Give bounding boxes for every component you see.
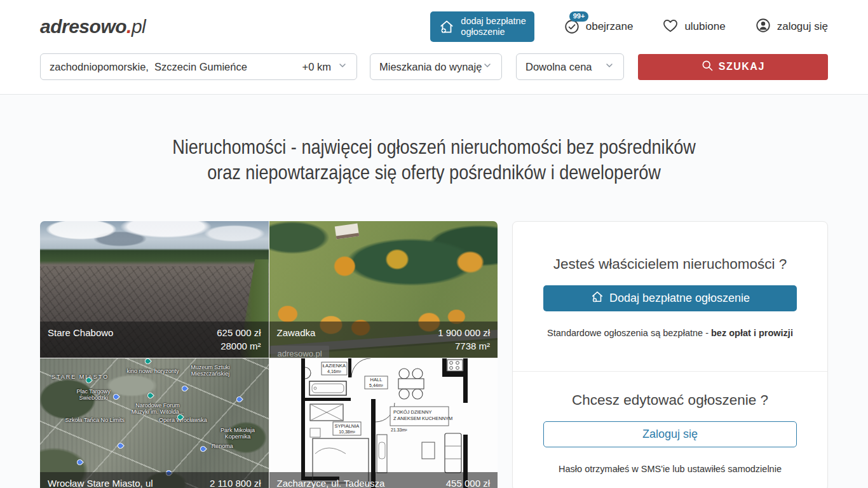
- owner-note: Standardowe ogłoszenia są bezpłatne - be…: [543, 328, 797, 338]
- add-listing-button[interactable]: dodaj bezpłatne ogłoszenie: [430, 11, 534, 43]
- user-circle-icon: [755, 17, 771, 37]
- listing-card[interactable]: STARE MIASTO kino nowe horyzonty Muzeum …: [40, 358, 269, 488]
- category-dropdown[interactable]: Mieszkania do wynajęc: [370, 53, 502, 80]
- svg-text:5,44m²: 5,44m²: [369, 383, 383, 388]
- owner-panel: Jesteś właścicielem nieruchomości ? Doda…: [512, 221, 828, 488]
- main-content: Stare Chabowo 625 000 zł 28000 m² adreso…: [0, 221, 868, 488]
- listing-caption: Zacharzyce, ul. Tadeusza 455 000 zł: [269, 472, 498, 488]
- map-pin-icon: [144, 358, 152, 365]
- search-button-label: SZUKAJ: [719, 61, 765, 72]
- svg-text:10,38m²: 10,38m²: [339, 430, 355, 434]
- price-dropdown[interactable]: Dowolna cena: [516, 53, 624, 80]
- logo-suffix: pl: [132, 16, 146, 37]
- radius-value: +0 km: [302, 61, 331, 73]
- watermark: adresowo.pl: [271, 346, 329, 358]
- edit-section: Chcesz edytować ogłoszenie ? Zaloguj się…: [513, 371, 827, 488]
- map-pin-icon: [146, 391, 154, 400]
- listing-meta: 625 000 zł 28000 m²: [217, 326, 261, 353]
- favorites-label: ulubione: [684, 20, 725, 33]
- svg-text:Z ANEKSEM KUCHENNYM: Z ANEKSEM KUCHENNYM: [393, 416, 452, 421]
- map-pin-icon: [112, 393, 120, 401]
- satellite-map-image: STARE MIASTO kino nowe horyzonty Muzeum …: [40, 358, 269, 488]
- listing-card[interactable]: ŁAZIENKA 4,16m² SYPIALNIA 10,38m² HALL 5: [269, 358, 498, 488]
- floor-plan-image: ŁAZIENKA 4,16m² SYPIALNIA 10,38m² HALL 5: [269, 358, 498, 488]
- map-pin-icon: [199, 445, 207, 453]
- map-pin-icon: [116, 442, 125, 450]
- listing-area: 28000 m²: [217, 339, 261, 353]
- svg-text:HALL: HALL: [370, 377, 382, 383]
- svg-text:21.33m²: 21.33m²: [391, 428, 407, 432]
- owner-title: Jesteś właścicielem nieruchomości ?: [543, 256, 797, 273]
- listing-caption: Stare Chabowo 625 000 zł 28000 m²: [40, 322, 269, 358]
- page-title: Nieruchomości - najwięcej ogłoszeń nieru…: [61, 134, 808, 185]
- viewed-count-badge: 99+: [569, 11, 589, 22]
- house-plus-icon: [590, 290, 604, 307]
- listing-meta: 2 110 800 zł: [210, 477, 261, 488]
- map-pin-icon: [235, 395, 243, 403]
- login-label: zaloguj się: [777, 20, 828, 33]
- chevron-down-icon: [604, 60, 614, 73]
- login-button-label: Zaloguj się: [642, 428, 698, 441]
- viewed-link[interactable]: 99+ obejrzane: [564, 18, 634, 35]
- category-value: Mieszkania do wynajęc: [379, 61, 482, 73]
- listing-area: 7738 m²: [438, 339, 490, 353]
- chevron-down-icon: [482, 60, 492, 73]
- login-link[interactable]: zaloguj się: [755, 17, 828, 37]
- listing-price: 2 110 800 zł: [210, 477, 261, 488]
- location-input[interactable]: zachodniopomorskie, Szczecin Gumieńce +0…: [40, 53, 357, 80]
- listing-meta: 1 900 000 zł 7738 m²: [438, 326, 490, 353]
- listing-caption: Wrocław Stare Miasto, ul 2 110 800 zł: [40, 472, 269, 488]
- listing-location: Wrocław Stare Miasto, ul: [48, 477, 153, 488]
- site-header: adresowo.pl dodaj bezpłatne ogłoszenie: [0, 0, 868, 95]
- listing-location: Zacharzyce, ul. Tadeusza: [277, 477, 385, 488]
- logo[interactable]: adresowo.pl: [40, 16, 146, 37]
- listing-price: 625 000 zł: [217, 326, 261, 339]
- search-bar: zachodniopomorskie, Szczecin Gumieńce +0…: [0, 53, 868, 94]
- radius-dropdown[interactable]: +0 km: [302, 60, 348, 73]
- price-value: Dowolna cena: [526, 61, 592, 73]
- add-free-listing-label: Dodaj bezpłatne ogłoszenie: [609, 292, 750, 305]
- search-icon: [701, 59, 714, 74]
- login-button[interactable]: Zaloguj się: [543, 421, 797, 447]
- owner-section: Jesteś właścicielem nieruchomości ? Doda…: [513, 222, 827, 371]
- search-button[interactable]: SZUKAJ: [638, 54, 828, 80]
- header-top-row: adresowo.pl dodaj bezpłatne ogłoszenie: [0, 0, 868, 53]
- map-pin-icon: [180, 384, 189, 393]
- listing-card[interactable]: Stare Chabowo 625 000 zł 28000 m²: [40, 221, 269, 358]
- listing-location: Stare Chabowo: [48, 326, 113, 353]
- logo-main: adresowo: [40, 16, 126, 37]
- location-value: zachodniopomorskie, Szczecin Gumieńce: [50, 61, 247, 73]
- add-free-listing-button[interactable]: Dodaj bezpłatne ogłoszenie: [543, 285, 797, 311]
- add-listing-label: dodaj bezpłatne ogłoszenie: [461, 16, 526, 38]
- svg-text:POKÓJ DZIENNY: POKÓJ DZIENNY: [393, 409, 431, 415]
- logo-dot: .: [126, 16, 132, 37]
- house-plus-icon: [438, 18, 455, 35]
- listing-meta: 455 000 zł: [446, 477, 490, 488]
- listing-card[interactable]: adresowo.pl Zawadka 1 900 000 zł 7738 m²: [269, 221, 498, 358]
- listings-grid: Stare Chabowo 625 000 zł 28000 m² adreso…: [40, 221, 498, 488]
- heart-icon: [662, 17, 679, 37]
- svg-text:ŁAZIENKA: ŁAZIENKA: [322, 363, 345, 369]
- listing-price: 455 000 zł: [446, 477, 490, 488]
- chevron-down-icon: [337, 60, 348, 73]
- favorites-link[interactable]: ulubione: [662, 17, 725, 37]
- edit-title: Chcesz edytować ogłoszenie ?: [543, 392, 797, 409]
- edit-note: Hasło otrzymałeś w SMS'ie lub ustawiłeś …: [543, 464, 797, 474]
- check-circle-icon: 99+: [564, 18, 580, 35]
- svg-text:4,16m²: 4,16m²: [327, 369, 341, 374]
- header-actions: dodaj bezpłatne ogłoszenie 99+ obejrzane: [430, 11, 828, 43]
- viewed-label: obejrzane: [586, 20, 634, 33]
- listing-price: 1 900 000 zł: [438, 326, 490, 339]
- map-pin-icon: [76, 458, 84, 466]
- svg-text:SYPIALNIA: SYPIALNIA: [334, 423, 359, 429]
